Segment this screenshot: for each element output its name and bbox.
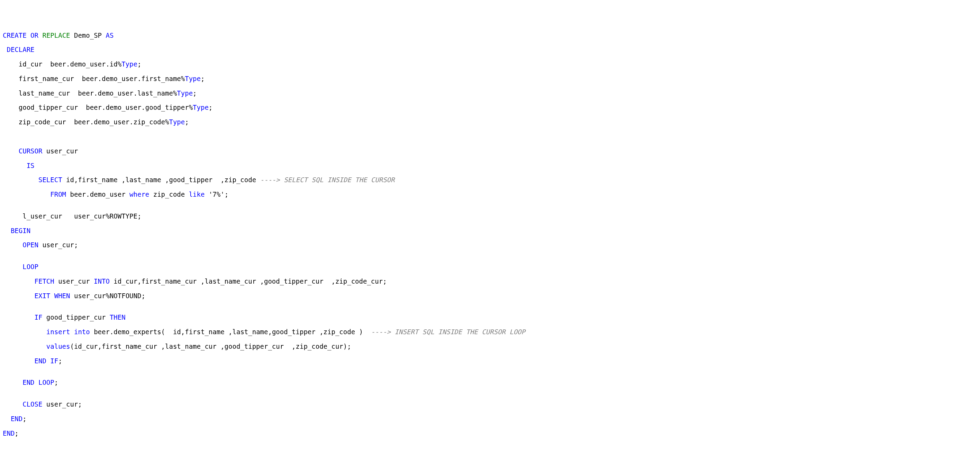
keyword-type: Type bbox=[193, 104, 208, 111]
code-line: l_user_cur user_cur%ROWTYPE; bbox=[3, 212, 977, 220]
code-line: BEGIN bbox=[3, 227, 977, 235]
keyword-into: INTO bbox=[94, 278, 110, 285]
code-line: last_name_cur beer.demo_user.last_name%T… bbox=[3, 90, 977, 97]
keyword-when: WHEN bbox=[54, 292, 70, 300]
code-line: first_name_cur beer.demo_user.first_name… bbox=[3, 75, 977, 82]
keyword-if: IF bbox=[35, 313, 43, 321]
keyword-begin: BEGIN bbox=[11, 227, 30, 235]
code-line: OPEN user_cur; bbox=[3, 241, 977, 249]
keyword-where: where bbox=[129, 190, 149, 198]
code-line: END; bbox=[3, 430, 977, 437]
keyword-exit: EXIT bbox=[35, 292, 51, 300]
keyword-type: Type bbox=[169, 118, 185, 126]
keyword-or: OR bbox=[30, 32, 38, 39]
keyword-end: END bbox=[22, 378, 34, 386]
code-line: CLOSE user_cur; bbox=[3, 401, 977, 408]
keyword-end: END bbox=[11, 415, 22, 423]
keyword-type: Type bbox=[185, 75, 201, 82]
keyword-insert: insert bbox=[46, 328, 70, 335]
code-line: id_cur beer.demo_user.id%Type; bbox=[3, 61, 977, 68]
code-line: LOOP bbox=[3, 263, 977, 270]
code-line: END; bbox=[3, 415, 977, 423]
comment: ----> INSERT SQL INSIDE THE CURSOR LOOP bbox=[371, 328, 525, 335]
keyword-into: into bbox=[74, 328, 90, 335]
keyword-create: CREATE bbox=[3, 32, 27, 39]
comment: ----> SELECT SQL INSIDE THE CURSOR bbox=[260, 176, 395, 184]
keyword-select: SELECT bbox=[38, 176, 62, 184]
code-line: insert into beer.demo_experts( id,first_… bbox=[3, 328, 977, 335]
keyword-as: AS bbox=[105, 32, 113, 39]
code-line: END IF; bbox=[3, 358, 977, 365]
code-block: CREATE OR REPLACE Demo_SP AS DECLARE id_… bbox=[3, 32, 977, 444]
keyword-end: END bbox=[35, 357, 46, 365]
code-line: zip_code_cur beer.demo_user.zip_code%Typ… bbox=[3, 118, 977, 126]
keyword-cursor: CURSOR bbox=[19, 147, 43, 155]
code-line: IS bbox=[3, 162, 977, 169]
keyword-close: CLOSE bbox=[22, 400, 42, 408]
keyword-fetch: FETCH bbox=[35, 278, 54, 285]
keyword-values: values bbox=[46, 343, 70, 350]
keyword-then: THEN bbox=[110, 313, 126, 321]
code-line: SELECT id,first_name ,last_name ,good_ti… bbox=[3, 176, 977, 184]
keyword-declare: DECLARE bbox=[6, 46, 34, 53]
code-line: good_tipper_cur beer.demo_user.good_tipp… bbox=[3, 104, 977, 111]
code-line: EXIT WHEN user_cur%NOTFOUND; bbox=[3, 292, 977, 300]
keyword-end: END bbox=[3, 429, 14, 437]
code-line: CURSOR user_cur bbox=[3, 147, 977, 155]
keyword-is: IS bbox=[27, 162, 35, 169]
keyword-open: OPEN bbox=[22, 241, 38, 249]
code-line: FROM beer.demo_user where zip_code like … bbox=[3, 191, 977, 198]
keyword-from: FROM bbox=[50, 190, 66, 198]
code-line: CREATE OR REPLACE Demo_SP AS bbox=[3, 32, 977, 39]
keyword-type: Type bbox=[121, 60, 137, 68]
keyword-if: IF bbox=[50, 357, 58, 365]
keyword-loop: LOOP bbox=[22, 263, 38, 270]
keyword-loop: LOOP bbox=[38, 378, 54, 386]
code-line: DECLARE bbox=[3, 46, 977, 53]
code-line: IF good_tipper_cur THEN bbox=[3, 314, 977, 321]
keyword-type: Type bbox=[177, 89, 193, 97]
code-line: values(id_cur,first_name_cur ,last_name_… bbox=[3, 343, 977, 350]
keyword-like: like bbox=[189, 190, 205, 198]
code-line: FETCH user_cur INTO id_cur,first_name_cu… bbox=[3, 278, 977, 285]
keyword-replace: REPLACE bbox=[42, 32, 70, 39]
code-line: END LOOP; bbox=[3, 379, 977, 386]
